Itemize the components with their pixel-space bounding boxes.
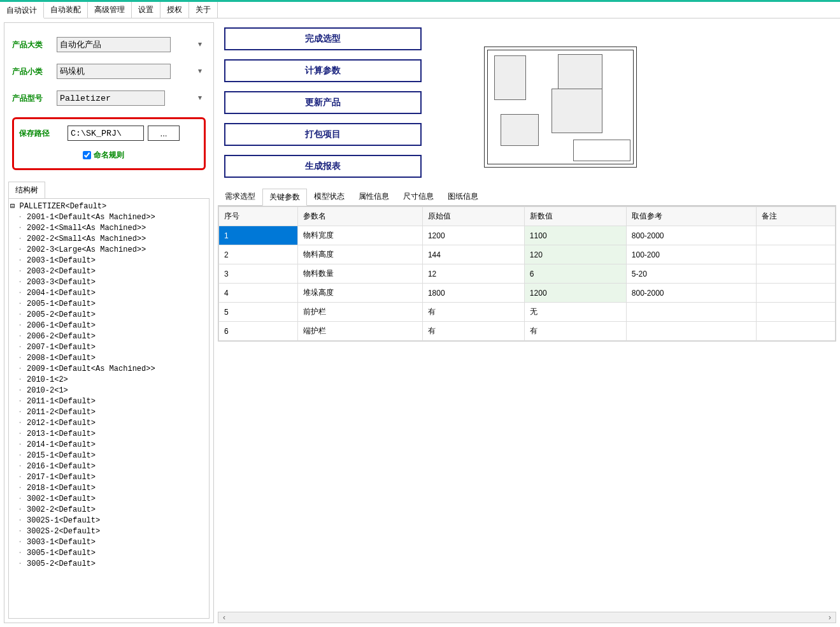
cell[interactable]: 前护栏: [297, 303, 422, 322]
right-tab-1[interactable]: 关键参数: [262, 189, 307, 206]
scroll-right-icon[interactable]: ›: [824, 613, 836, 622]
right-tab-5[interactable]: 图纸信息: [441, 188, 485, 205]
table-row[interactable]: 2物料高度144120100-200: [219, 245, 836, 264]
column-header[interactable]: 参数名: [297, 207, 422, 226]
right-tab-4[interactable]: 尺寸信息: [396, 188, 441, 205]
tree-node[interactable]: 2005-1<Default>: [10, 299, 208, 310]
tree-node[interactable]: 2010-1<2>: [10, 375, 208, 386]
tree-node[interactable]: 2007-1<Default>: [10, 342, 208, 353]
right-tab-2[interactable]: 模型状态: [307, 188, 352, 205]
tree-node[interactable]: 2009-1<Default<As Machined>>: [10, 364, 208, 375]
table-row[interactable]: 4堆垛高度18001200800-2000: [219, 284, 836, 303]
tree-node[interactable]: 2012-1<Default>: [10, 418, 208, 429]
tree-node[interactable]: 3002S-2<Default>: [10, 526, 208, 537]
menu-item-5[interactable]: 关于: [189, 2, 218, 18]
right-tab-3[interactable]: 属性信息: [352, 188, 396, 205]
tree-node[interactable]: 3005-1<Default>: [10, 548, 208, 559]
menu-item-4[interactable]: 授权: [160, 2, 189, 18]
tree-node[interactable]: 2004-1<Default>: [10, 288, 208, 299]
cell[interactable]: [626, 303, 756, 322]
tree-node[interactable]: 2008-1<Default>: [10, 353, 208, 364]
tree-node[interactable]: 3002S-1<Default>: [10, 515, 208, 526]
menu-item-2[interactable]: 高级管理: [88, 2, 132, 18]
cell[interactable]: 有: [422, 322, 524, 341]
tree-node[interactable]: 2006-2<Default>: [10, 331, 208, 342]
cell[interactable]: [757, 322, 836, 341]
drawing-preview[interactable]: [484, 47, 637, 168]
cell[interactable]: 4: [219, 284, 298, 303]
tree-node[interactable]: 2003-2<Default>: [10, 266, 208, 277]
cell[interactable]: [757, 264, 836, 284]
cell[interactable]: [757, 303, 836, 322]
tree-node[interactable]: 2003-3<Default>: [10, 277, 208, 288]
cell[interactable]: 100-200: [626, 245, 756, 264]
tree-node[interactable]: 2015-1<Default>: [10, 450, 208, 461]
cell[interactable]: 800-2000: [626, 226, 756, 245]
cell[interactable]: 12: [422, 264, 524, 284]
tree-node[interactable]: 2010-2<1>: [10, 386, 208, 396]
select-subcategory[interactable]: [57, 64, 171, 79]
table-row[interactable]: 1物料宽度12001100800-2000: [219, 226, 836, 245]
cell[interactable]: 有: [524, 322, 626, 341]
cell[interactable]: [757, 245, 836, 264]
input-savepath[interactable]: [68, 126, 144, 141]
cell[interactable]: 物料数量: [297, 264, 422, 284]
tree-node[interactable]: 2005-2<Default>: [10, 310, 208, 321]
cell[interactable]: 5-20: [626, 264, 756, 284]
tree-root[interactable]: PALLETIZER<Default>: [10, 201, 208, 212]
tree-node[interactable]: 2011-2<Default>: [10, 407, 208, 418]
tree-node[interactable]: 2013-1<Default>: [10, 429, 208, 440]
browse-button[interactable]: ...: [148, 126, 180, 141]
scroll-left-icon[interactable]: ‹: [218, 613, 230, 622]
tab-structure-tree[interactable]: 结构树: [8, 182, 45, 198]
cell[interactable]: 物料高度: [297, 245, 422, 264]
cell[interactable]: 144: [422, 245, 524, 264]
parameter-grid[interactable]: 序号参数名原始值新数值取值参考备注 1物料宽度12001100800-20002…: [218, 206, 836, 342]
table-row[interactable]: 6端护栏有有: [219, 322, 836, 341]
tree-node[interactable]: 3002-2<Default>: [10, 505, 208, 515]
cell[interactable]: 6: [524, 264, 626, 284]
structure-tree[interactable]: PALLETIZER<Default> 2001-1<Default<As Ma…: [8, 199, 210, 619]
cell[interactable]: 堆垛高度: [297, 284, 422, 303]
table-row[interactable]: 5前护栏有无: [219, 303, 836, 322]
cell[interactable]: 6: [219, 322, 298, 341]
checkbox-naming[interactable]: [83, 151, 91, 159]
cell[interactable]: 120: [524, 245, 626, 264]
tree-node[interactable]: 2002-3<Large<As Machined>>: [10, 245, 208, 256]
column-header[interactable]: 序号: [219, 207, 298, 226]
cell[interactable]: 无: [524, 303, 626, 322]
cell[interactable]: 800-2000: [626, 284, 756, 303]
cell[interactable]: 1800: [422, 284, 524, 303]
column-header[interactable]: 取值参考: [626, 207, 756, 226]
action-button-3[interactable]: 打包项目: [224, 123, 422, 146]
cell[interactable]: 3: [219, 264, 298, 284]
cell[interactable]: [626, 322, 756, 341]
select-model[interactable]: [57, 90, 165, 106]
action-button-1[interactable]: 计算参数: [224, 59, 422, 82]
cell[interactable]: 1200: [524, 284, 626, 303]
tree-node[interactable]: 3002-1<Default>: [10, 494, 208, 505]
tree-node[interactable]: 2018-1<Default>: [10, 483, 208, 494]
cell[interactable]: [757, 284, 836, 303]
horizontal-scrollbar[interactable]: ‹ ›: [218, 612, 836, 623]
cell[interactable]: [757, 226, 836, 245]
tree-node[interactable]: 3003-1<Default>: [10, 537, 208, 548]
tree-node[interactable]: 2006-1<Default>: [10, 321, 208, 331]
tree-node[interactable]: 2002-1<Small<As Machined>>: [10, 223, 208, 234]
column-header[interactable]: 新数值: [524, 207, 626, 226]
tree-node[interactable]: 2002-2<Small<As Machined>>: [10, 234, 208, 245]
tree-node[interactable]: 2001-1<Default<As Machined>>: [10, 212, 208, 223]
cell[interactable]: 2: [219, 245, 298, 264]
action-button-0[interactable]: 完成选型: [224, 27, 422, 50]
cell[interactable]: 有: [422, 303, 524, 322]
menu-item-0[interactable]: 自动设计: [0, 3, 44, 18]
tree-node[interactable]: 2003-1<Default>: [10, 256, 208, 266]
cell[interactable]: 物料宽度: [297, 226, 422, 245]
column-header[interactable]: 备注: [757, 207, 836, 226]
menu-item-1[interactable]: 自动装配: [44, 2, 88, 18]
action-button-2[interactable]: 更新产品: [224, 91, 422, 114]
menu-item-3[interactable]: 设置: [132, 2, 160, 18]
tree-node[interactable]: 3005-2<Default>: [10, 559, 208, 570]
cell[interactable]: 端护栏: [297, 322, 422, 341]
cell[interactable]: 1: [219, 226, 298, 245]
